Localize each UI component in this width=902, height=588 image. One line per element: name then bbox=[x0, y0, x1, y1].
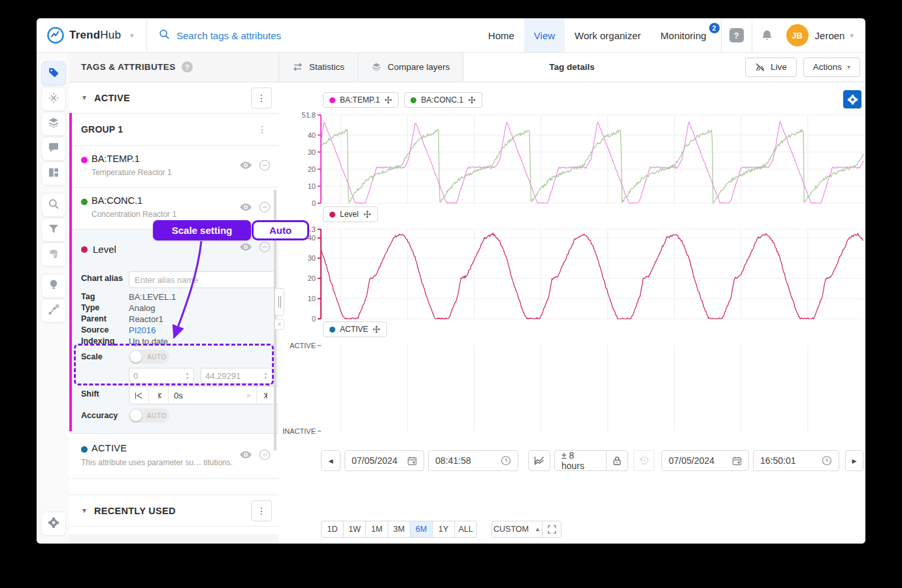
duration-group: ± 8 hours bbox=[554, 450, 628, 471]
legend-pill-active[interactable]: ACTIVE bbox=[323, 321, 387, 337]
tab-compare-layers[interactable]: Compare layers bbox=[358, 52, 463, 82]
comment-icon bbox=[48, 142, 59, 156]
range-all-button[interactable]: ALL bbox=[454, 521, 477, 538]
custom-range-button[interactable]: CUSTOM▲ bbox=[492, 521, 543, 538]
shift-right-button[interactable] bbox=[256, 387, 276, 404]
nav-item-view[interactable]: View bbox=[524, 18, 565, 52]
rail-lightbulb-button[interactable] bbox=[41, 274, 66, 298]
nav-item-home[interactable]: Home bbox=[478, 18, 524, 52]
rail-comment-button[interactable] bbox=[41, 137, 66, 161]
panel-help-icon[interactable]: ? bbox=[182, 61, 193, 73]
group-menu-button[interactable]: ⋮ bbox=[254, 124, 271, 135]
charts-canvas[interactable]: 51.840302010044.3403020100ACTIVEINACTIVE bbox=[278, 82, 865, 544]
section-active[interactable]: ▼ ACTIVE ⋮ bbox=[69, 82, 278, 114]
visibility-eye-icon[interactable] bbox=[239, 161, 252, 172]
user-menu-chevron-icon[interactable]: ▾ bbox=[850, 31, 854, 40]
actions-button[interactable]: Actions ▾ bbox=[803, 57, 860, 77]
nav-item-work-organizer[interactable]: Work organizer bbox=[565, 18, 650, 52]
rail-dashboard-button[interactable] bbox=[41, 161, 66, 186]
legend-pill-batemp1[interactable]: BA:TEMP.1 bbox=[323, 92, 399, 108]
rail-settings-button[interactable] bbox=[41, 512, 66, 536]
level-row[interactable]: Level bbox=[81, 244, 116, 255]
range-6m-button[interactable]: 6M bbox=[410, 521, 433, 538]
tag-color-dot bbox=[81, 246, 88, 253]
visibility-eye-icon[interactable] bbox=[239, 450, 252, 462]
section-recently-used-label: RECENTLY USED bbox=[94, 506, 251, 516]
layers-icon bbox=[48, 117, 59, 131]
help-icon: ? bbox=[729, 28, 744, 42]
start-date-field[interactable]: 07/05/2024 bbox=[344, 450, 424, 471]
compare-scales-button[interactable] bbox=[528, 450, 550, 471]
tag-color-dot bbox=[81, 157, 88, 163]
live-button[interactable]: Live bbox=[745, 57, 797, 77]
layers-icon bbox=[371, 62, 382, 72]
notifications-button[interactable] bbox=[752, 18, 782, 52]
rail-search-button[interactable] bbox=[41, 193, 66, 217]
pan-right-button[interactable]: ▸ bbox=[845, 450, 863, 471]
nav-item-monitoring[interactable]: Monitoring 2 bbox=[651, 18, 721, 52]
shift-value-input[interactable]: 0s × bbox=[169, 387, 256, 404]
visibility-eye-icon[interactable] bbox=[239, 203, 252, 214]
source-link[interactable]: PI2016 bbox=[129, 325, 156, 335]
end-time-field[interactable]: 16:50:01 bbox=[753, 450, 839, 471]
avatar[interactable]: JB bbox=[786, 24, 809, 46]
history-button[interactable] bbox=[633, 450, 654, 471]
svg-text:ACTIVE: ACTIVE bbox=[290, 342, 316, 350]
remove-minus-icon[interactable] bbox=[259, 449, 271, 463]
section-recently-used[interactable]: ▼ RECENTLY USED ⋮ bbox=[69, 495, 278, 527]
search-placeholder: Search tags & attributes bbox=[176, 30, 281, 41]
range-1d-button[interactable]: 1D bbox=[321, 521, 344, 538]
rail-calculation-button[interactable] bbox=[41, 87, 66, 111]
shift-controls: 0s × bbox=[129, 386, 296, 404]
chart-alias-input[interactable] bbox=[129, 271, 275, 288]
panel-splitter: × bbox=[275, 288, 284, 330]
range-1w-button[interactable]: 1W bbox=[343, 521, 366, 538]
brand-chevron-icon[interactable]: ▾ bbox=[130, 31, 134, 40]
move-icon bbox=[468, 96, 476, 104]
shift-far-left-button[interactable] bbox=[129, 387, 149, 404]
end-date-field[interactable]: 07/05/2024 bbox=[661, 450, 749, 471]
chevron-down-icon: ▼ bbox=[81, 507, 88, 514]
range-3m-button[interactable]: 3M bbox=[388, 521, 410, 538]
visibility-eye-icon[interactable] bbox=[239, 242, 252, 254]
left-icon-rail bbox=[37, 52, 70, 544]
range-1y-button[interactable]: 1Y bbox=[432, 521, 455, 538]
help-button[interactable]: ? bbox=[722, 18, 752, 52]
tags-panel-header: TAGS & ATTRIBUTES ? bbox=[69, 52, 278, 82]
rail-layers-button[interactable] bbox=[41, 112, 66, 136]
range-1m-button[interactable]: 1M bbox=[365, 521, 388, 538]
splitter-close-icon[interactable]: × bbox=[275, 319, 284, 330]
rail-context-graph-button[interactable] bbox=[41, 299, 66, 323]
svg-text:10: 10 bbox=[308, 295, 316, 302]
rail-tag-button[interactable] bbox=[41, 61, 66, 86]
parent-value: Reactor1 bbox=[129, 314, 163, 324]
tag-name: Level bbox=[93, 244, 116, 255]
rail-fingerprint-button[interactable] bbox=[41, 242, 66, 267]
rail-filter-button[interactable] bbox=[41, 218, 66, 242]
shift-left-button[interactable] bbox=[149, 387, 169, 404]
duration-field[interactable]: ± 8 hours bbox=[554, 450, 607, 471]
lock-duration-button[interactable] bbox=[606, 450, 628, 471]
section-recently-used-menu-button[interactable]: ⋮ bbox=[251, 500, 272, 521]
panel-bottom-gutter bbox=[69, 534, 278, 544]
tag-name: BA:CONC.1 bbox=[92, 195, 142, 206]
section-active-menu-button[interactable]: ⋮ bbox=[251, 88, 272, 108]
accuracy-auto-toggle[interactable]: AUTO bbox=[129, 408, 169, 423]
pan-left-button[interactable]: ◂ bbox=[321, 450, 341, 471]
search-input[interactable]: Search tags & attributes bbox=[147, 29, 478, 42]
svg-text:30: 30 bbox=[308, 148, 316, 156]
attribute-row-active[interactable]: ACTIVE This attribute uses parameter su…… bbox=[69, 434, 278, 479]
splitter-handle[interactable] bbox=[275, 288, 284, 316]
tab-statistics[interactable]: Statistics bbox=[278, 52, 358, 82]
chart-settings-button[interactable] bbox=[843, 90, 861, 108]
start-time-field[interactable]: 08:41:58 bbox=[428, 450, 518, 471]
legend-pill-baconc1[interactable]: BA:CONC.1 bbox=[404, 92, 482, 108]
legend-pill-level[interactable]: Level bbox=[323, 206, 378, 222]
remove-minus-icon[interactable] bbox=[259, 159, 271, 174]
zoom-frame-button[interactable] bbox=[542, 521, 561, 538]
type-label: Type bbox=[81, 303, 99, 312]
clear-icon[interactable]: × bbox=[246, 391, 251, 400]
tag-row-batemp1[interactable]: BA:TEMP.1 Temperature Reactor 1 bbox=[69, 146, 278, 188]
remove-minus-icon[interactable] bbox=[259, 241, 271, 255]
remove-minus-icon[interactable] bbox=[259, 201, 271, 216]
